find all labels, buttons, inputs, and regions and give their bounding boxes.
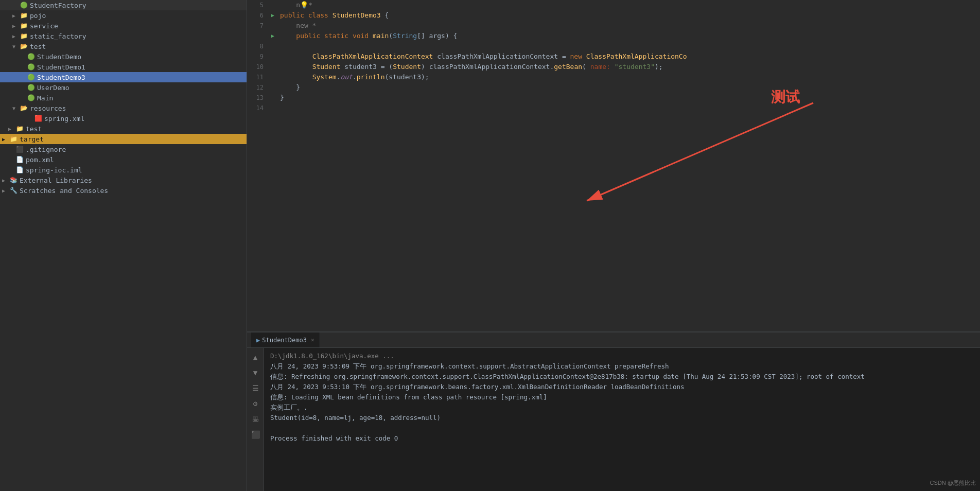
line-number: 7 [247, 21, 268, 31]
java-class-icon: 🟢 [27, 73, 35, 81]
java-class-icon: 🟢 [27, 52, 35, 61]
tab-close-icon[interactable]: ✕ [311, 337, 314, 343]
stop-btn[interactable]: ⬛ [249, 428, 261, 441]
main-container: 🟢 StudentFactory ▶ 📁 pojo ▶ 📁 service ▶ … [0, 0, 980, 491]
sidebar-item-label: pojo [30, 12, 46, 20]
line-content: System.out.println(student3); [278, 72, 980, 82]
line-content: n💡* [278, 0, 980, 10]
tree-arrow: ▶ [2, 136, 9, 142]
sidebar-item-scratches[interactable]: ▶ 🔧 Scratches and Consoles [0, 185, 247, 196]
iml-icon: 📄 [15, 166, 24, 174]
tree-arrow [12, 3, 20, 8]
sidebar-item-spring-xml[interactable]: 🟥 spring.xml [0, 113, 247, 124]
terminal-content[interactable]: D:\jdk1.8.0_162\bin\java.exe ... 八月 24, … [264, 348, 980, 491]
folder-open-icon: 📂 [20, 104, 28, 112]
java-class-icon: 🟢 [27, 63, 35, 71]
sidebar-item-spring-iml[interactable]: 📄 spring-ioc.iml [0, 165, 247, 175]
tab-label: StudentDemo3 [262, 337, 307, 344]
sidebar-item-gitignore[interactable]: ⬛ .gitignore [0, 144, 247, 154]
tree-arrow [20, 95, 27, 101]
tree-arrow [8, 147, 15, 152]
java-class-icon: 🟢 [27, 94, 35, 102]
sidebar-item-student-demo[interactable]: 🟢 StudentDemo [0, 51, 247, 62]
line-number: 8 [247, 41, 268, 51]
terminal-line-blank [270, 423, 974, 433]
line-number: 6 [247, 10, 268, 21]
sidebar-item-test[interactable]: ▼ 📂 test [0, 41, 247, 51]
tree-arrow: ▶ [2, 188, 9, 194]
sidebar-item-label: spring-ioc.iml [26, 166, 82, 174]
run-arrow-icon[interactable]: ▶ [271, 31, 274, 41]
tree-arrow: ▶ [2, 178, 9, 183]
settings-btn[interactable]: ⚙ [249, 397, 261, 410]
svg-line-1 [587, 103, 813, 201]
tree-arrow [8, 167, 15, 173]
folder-open-icon: 📂 [20, 42, 28, 50]
sidebar-item-label: StudentDemo3 [37, 74, 85, 81]
line-content: ClassPathXmlApplicationContext classPath… [278, 51, 980, 62]
scroll-up-btn[interactable]: ▲ [249, 351, 261, 363]
line-gutter: ▶ [268, 10, 278, 21]
code-editor[interactable]: 5 n💡* 6 ▶ public class StudentDemo3 { 7 … [247, 0, 980, 331]
sidebar-item-resources[interactable]: ▼ 📂 resources [0, 103, 247, 113]
sidebar-item-static-factory[interactable]: ▶ 📁 static_factory [0, 31, 247, 41]
code-line-6: 6 ▶ public class StudentDemo3 { [247, 10, 980, 21]
line-number: 13 [247, 93, 268, 103]
sidebar-item-label: Scratches and Consoles [20, 187, 108, 195]
tree-arrow [27, 116, 34, 121]
code-line-13: 13 } [247, 93, 980, 103]
editor-area: 5 n💡* 6 ▶ public class StudentDemo3 { 7 … [247, 0, 980, 491]
sidebar-item-service[interactable]: ▶ 📁 service [0, 21, 247, 31]
sidebar-item-label: StudentDemo [37, 53, 81, 61]
sidebar-item-label: service [30, 22, 58, 30]
folder-icon: 📁 [20, 32, 28, 40]
sidebar-item-external-libs[interactable]: ▶ 📚 External Libraries [0, 175, 247, 185]
terminal-line-5: 实例工厂。. [270, 402, 974, 413]
sidebar-item-main[interactable]: 🟢 Main [0, 93, 247, 103]
sidebar-item-label: resources [30, 104, 66, 112]
folder-icon: 📁 [15, 125, 24, 133]
line-content: public class StudentDemo3 { [278, 10, 980, 21]
tree-arrow [20, 54, 27, 60]
line-content: } [278, 93, 980, 103]
sidebar-item-test-root[interactable]: ▶ 📁 test [0, 124, 247, 134]
sidebar-item-pom-xml[interactable]: 📄 pom.xml [0, 154, 247, 165]
tree-arrow: ▼ [12, 106, 20, 111]
sidebar-item-user-demo[interactable]: 🟢 UserDemo [0, 82, 247, 93]
line-gutter: ▶ [268, 31, 278, 41]
line-content: } [278, 82, 980, 93]
java-class-icon: 🟢 [27, 83, 35, 92]
tree-arrow: ▶ [12, 23, 20, 29]
sidebar-item-pojo[interactable]: ▶ 📁 pojo [0, 10, 247, 21]
sidebar: 🟢 StudentFactory ▶ 📁 pojo ▶ 📁 service ▶ … [0, 0, 247, 491]
run-arrow-icon[interactable]: ▶ [271, 10, 274, 21]
folder-icon: 📁 [20, 11, 28, 20]
line-number: 5 [247, 0, 268, 10]
line-number: 9 [247, 51, 268, 62]
code-line-14: 14 [247, 103, 980, 113]
sidebar-item-label: test [30, 43, 46, 50]
tab-icon: ▶ [256, 337, 260, 344]
sidebar-item-student-factory[interactable]: 🟢 StudentFactory [0, 0, 247, 10]
scroll-down-btn[interactable]: ▼ [249, 366, 261, 379]
scratches-icon: 🔧 [9, 186, 18, 195]
pom-icon: 📄 [15, 155, 24, 164]
print-btn[interactable]: 🖶 [249, 413, 261, 425]
line-number: 11 [247, 72, 268, 82]
terminal-line-3: 八月 24, 2023 9:53:10 下午 org.springframewo… [270, 382, 974, 392]
bottom-panel: ▶ StudentDemo3 ✕ ▲ ▼ ☰ ⚙ 🖶 ⬛ D:\jdk1.8.0… [247, 331, 980, 491]
tree-arrow: ▼ [12, 44, 20, 49]
terminal-left-toolbar: ▲ ▼ ☰ ⚙ 🖶 ⬛ [247, 348, 264, 491]
code-line-11: 11 System.out.println(student3); [247, 72, 980, 82]
sidebar-item-label: test [26, 125, 42, 133]
tab-student-demo3[interactable]: ▶ StudentDemo3 ✕ [251, 332, 320, 347]
line-number: 14 [247, 103, 268, 113]
sidebar-item-label: static_factory [30, 32, 86, 40]
sidebar-item-student-demo1[interactable]: 🟢 StudentDemo1 [0, 62, 247, 72]
terminal-line-2: 信息: Refreshing org.springframework.conte… [270, 372, 974, 382]
sidebar-item-target[interactable]: ▶ 📁 target [0, 134, 247, 144]
panel-with-toolbar: ▲ ▼ ☰ ⚙ 🖶 ⬛ D:\jdk1.8.0_162\bin\java.exe… [247, 348, 980, 491]
filter-btn[interactable]: ☰ [249, 382, 261, 394]
sidebar-item-student-demo3[interactable]: 🟢 StudentDemo3 [0, 72, 247, 82]
code-line-5: 5 n💡* [247, 0, 980, 10]
